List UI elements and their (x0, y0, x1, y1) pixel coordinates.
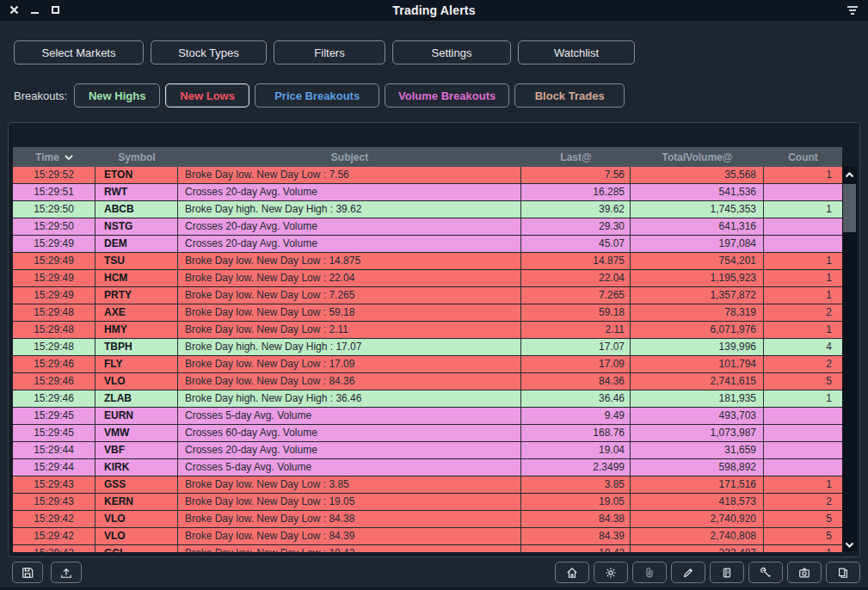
scroll-up-icon[interactable] (842, 167, 857, 182)
price-breakouts-button[interactable]: Price Breakouts (255, 83, 379, 108)
table-row[interactable]: 15:29:49DEMCrosses 20-day Avg. Volume45.… (13, 236, 842, 253)
cell-subject: Broke Day high. New Day High : 36.46 (178, 390, 521, 407)
cell-count: 5 (764, 528, 842, 544)
attach-button[interactable] (632, 562, 667, 583)
cell-time: 15:29:48 (13, 304, 95, 321)
cell-last: 19.04 (521, 442, 631, 458)
home-button[interactable] (555, 562, 589, 583)
table-row[interactable]: 15:29:43KERNBroke Day low. New Day Low :… (13, 494, 842, 511)
scroll-down-icon[interactable] (842, 537, 857, 552)
cell-volume: 6,071,976 (631, 322, 764, 338)
table-row[interactable]: 15:29:48AXEBroke Day low. New Day Low : … (13, 304, 842, 322)
column-header-last[interactable]: Last@ (521, 151, 631, 163)
cell-last: 19.05 (521, 494, 631, 510)
table-row[interactable]: 15:29:42VLOBroke Day low. New Day Low : … (13, 511, 842, 528)
log-button[interactable] (710, 562, 744, 583)
table-row[interactable]: 15:29:45EURNCrosses 5-day Avg. Volume9.4… (13, 408, 842, 425)
column-header-time[interactable]: Time (13, 151, 95, 163)
watchlist-button[interactable]: Watchlist (518, 40, 635, 65)
block-trades-button[interactable]: Block Trades (514, 83, 625, 108)
cell-symbol: VLO (95, 373, 178, 390)
tools-button[interactable] (748, 562, 783, 583)
settings-gear-button[interactable] (594, 562, 628, 583)
table-row[interactable]: 15:29:46VLOBroke Day low. New Day Low : … (13, 373, 842, 390)
cell-count: 2 (764, 356, 842, 372)
table-row[interactable]: 15:29:42GCIBroke Day low. New Day Low : … (13, 545, 842, 552)
cell-volume: 754,201 (631, 253, 764, 269)
select-markets-button[interactable]: Select Markets (14, 40, 144, 65)
save-button[interactable] (12, 562, 43, 583)
copy-icon (837, 567, 849, 579)
wrench-icon (760, 567, 772, 579)
filter-icon[interactable] (847, 6, 858, 15)
cell-symbol: HCM (95, 270, 178, 286)
cell-volume: 232,487 (631, 545, 764, 552)
cell-last: 3.85 (521, 476, 631, 493)
settings-button[interactable]: Settings (392, 40, 511, 65)
table-row[interactable]: 15:29:51RWTCrosses 20-day Avg. Volume16.… (13, 184, 842, 201)
column-header-count[interactable]: Count (764, 151, 842, 163)
column-header-totalvolume[interactable]: TotalVolume@ (631, 151, 764, 163)
vertical-scrollbar[interactable] (842, 167, 857, 552)
cell-last: 10.42 (521, 545, 631, 552)
cell-subject: Broke Day low. New Day Low : 22.04 (178, 270, 521, 286)
table-row[interactable]: 15:29:49TSUBroke Day low. New Day Low : … (13, 253, 842, 270)
cell-count: 1 (764, 390, 842, 407)
table-row[interactable]: 15:29:49PRTYBroke Day low. New Day Low :… (13, 287, 842, 304)
cell-symbol: ETON (95, 167, 178, 183)
cell-count: 1 (764, 253, 842, 269)
table-row[interactable]: 15:29:48HMYBroke Day low. New Day Low : … (13, 322, 842, 339)
cell-subject: Crosses 5-day Avg. Volume (178, 459, 521, 476)
cell-volume: 493,703 (631, 408, 764, 424)
scrollbar-thumb[interactable] (843, 184, 856, 232)
table-row[interactable]: 15:29:43GSSBroke Day low. New Day Low : … (13, 476, 842, 494)
cell-last: 14.875 (521, 253, 631, 269)
cell-volume: 1,357,872 (631, 287, 764, 304)
cell-subject: Broke Day high. New Day High : 17.07 (178, 339, 521, 355)
cell-subject: Broke Day low. New Day Low : 2.11 (178, 322, 521, 338)
table-row[interactable]: 15:29:49HCMBroke Day low. New Day Low : … (13, 270, 842, 287)
table-row[interactable]: 15:29:48TBPHBroke Day high. New Day High… (13, 339, 842, 356)
title-bar: Trading Alerts (0, 0, 868, 21)
alerts-panel: Time Symbol Subject Last@ TotalVolume@ C… (8, 122, 860, 557)
table-row[interactable]: 15:29:44KIRKCrosses 5-day Avg. Volume2.3… (13, 459, 842, 476)
cell-count: 5 (764, 511, 842, 527)
edit-button[interactable] (671, 562, 705, 583)
new-highs-button[interactable]: New Highs (74, 83, 160, 108)
cell-subject: Broke Day low. New Day Low : 17.09 (178, 356, 521, 372)
bottom-toolbar (0, 557, 868, 590)
table-row[interactable]: 15:29:52ETONBroke Day low. New Day Low :… (13, 167, 842, 184)
column-header-subject[interactable]: Subject (178, 151, 521, 163)
cell-volume: 31,659 (631, 442, 764, 458)
cell-volume: 641,316 (631, 218, 764, 235)
cell-time: 15:29:43 (13, 494, 95, 510)
copy-button[interactable] (826, 562, 860, 583)
cell-count: 1 (764, 270, 842, 286)
cell-time: 15:29:42 (13, 511, 95, 527)
table-row[interactable]: 15:29:45VMWCrosses 60-day Avg. Volume168… (13, 425, 842, 442)
snapshot-button[interactable] (787, 562, 822, 583)
cell-last: 84.36 (521, 373, 631, 390)
table-row[interactable]: 15:29:50NSTGCrosses 20-day Avg. Volume29… (13, 218, 842, 236)
upload-button[interactable] (51, 562, 82, 583)
table-row[interactable]: 15:29:46ZLABBroke Day high. New Day High… (13, 390, 842, 408)
cell-symbol: KERN (95, 494, 178, 510)
filters-button[interactable]: Filters (274, 40, 385, 65)
stock-types-button[interactable]: Stock Types (151, 40, 267, 65)
cell-last: 16.285 (521, 184, 631, 200)
new-lows-button[interactable]: New Lows (165, 83, 249, 108)
table-row[interactable]: 15:29:46FLYBroke Day low. New Day Low : … (13, 356, 842, 373)
cell-count: 2 (764, 494, 842, 510)
column-header-symbol[interactable]: Symbol (95, 151, 178, 163)
table-row[interactable]: 15:29:50ABCBBroke Day high. New Day High… (13, 201, 842, 218)
table-row[interactable]: 15:29:44VBFCrosses 20-day Avg. Volume19.… (13, 442, 842, 459)
table-row[interactable]: 15:29:42VLOBroke Day low. New Day Low : … (13, 528, 842, 545)
cell-symbol: DEM (95, 236, 178, 252)
cell-volume: 78,319 (631, 304, 764, 321)
cell-time: 15:29:46 (13, 373, 95, 390)
volume-breakouts-button[interactable]: Volume Breakouts (385, 83, 509, 108)
cell-symbol: RWT (95, 184, 178, 200)
cell-count (764, 408, 842, 424)
cell-symbol: EURN (95, 408, 178, 424)
cell-time: 15:29:48 (13, 339, 95, 355)
